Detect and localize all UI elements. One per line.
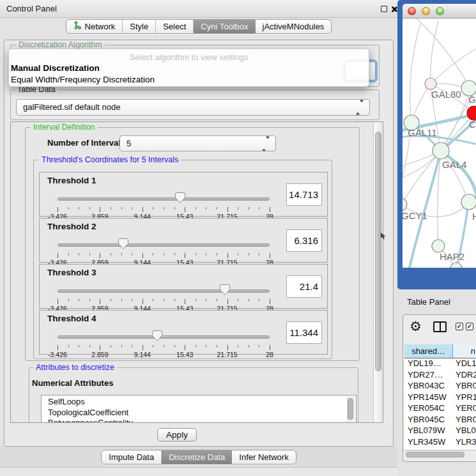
table-row[interactable]: YDR27…YDR2 — [404, 370, 476, 381]
list-scrollbar[interactable] — [347, 396, 355, 423]
slider-handle[interactable] — [118, 238, 128, 249]
table-row[interactable]: YPR145WYPR1 — [404, 392, 476, 404]
slider-ticks — [58, 207, 270, 212]
slider-handle[interactable] — [220, 284, 230, 295]
control-panel: Control Panel NetworkStyleSelectCyni Too… — [0, 0, 397, 476]
threshold-slider: -3.4262.8599.14415.4321.71528 — [58, 192, 270, 217]
table-data-combobox[interactable]: galFiltered.sif default node — [16, 99, 370, 116]
slider-track[interactable] — [58, 243, 270, 247]
slider-ticks — [58, 299, 270, 304]
threshold-value-field[interactable]: 6.316 — [286, 229, 322, 252]
network-node-hap2[interactable] — [432, 240, 445, 252]
table-row[interactable]: YBL079WYBL0 — [404, 426, 476, 437]
tab-style[interactable]: Style — [123, 20, 156, 33]
cell-shared-name: YBR045C — [404, 415, 453, 426]
table-row[interactable]: YBR045CYBR0 — [404, 415, 476, 426]
cell-name: YBR0 — [453, 381, 476, 392]
table-row[interactable]: YBR043CYBR0 — [404, 381, 476, 392]
numerical-attributes-label: Numerical Attributes — [32, 378, 113, 388]
tab-cyni-toolbox[interactable]: Cyni Toolbox — [194, 20, 255, 33]
tab-select[interactable]: Select — [156, 20, 194, 33]
cell-shared-name: YBR043C — [404, 381, 453, 392]
slider-handle[interactable] — [175, 192, 185, 203]
interval-definition-group: Interval Definition Number of Intervals … — [25, 127, 360, 361]
slider-ticks — [58, 345, 270, 350]
table-panel: Table Panel ⚙ ✓ ✓ shared… n YDL19…YDL1YD… — [397, 289, 476, 476]
close-icon[interactable] — [390, 6, 397, 13]
float-window-icon[interactable] — [381, 6, 387, 12]
cell-name: YDL1 — [453, 358, 476, 370]
slider-track[interactable] — [58, 289, 270, 293]
threshold-row-3: Threshold 3-3.4262.8599.14415.4321.71528… — [39, 264, 328, 309]
threshold-slider: -3.4262.8599.14415.4321.71528 — [58, 330, 270, 355]
table-data-group: Table Data galFiltered.sif default node — [10, 89, 380, 120]
zoom-traffic-light-icon[interactable] — [436, 7, 444, 15]
cell-shared-name: YER054C — [404, 403, 453, 415]
network-node-h[interactable] — [461, 194, 476, 210]
checkbox-icon[interactable]: ✓ — [456, 323, 463, 330]
tab-label: Style — [130, 20, 148, 33]
tab-infer-network[interactable]: Infer Network — [232, 450, 295, 464]
network-canvas: GAL80GACGAL11GAL4GCY1HHAP2 — [403, 19, 476, 268]
threshold-value-field[interactable]: 21.4 — [286, 275, 322, 298]
attribute-item-betweennesscentrality[interactable]: BetweennessCentrality — [48, 418, 356, 423]
network-node-gcy1[interactable] — [403, 198, 407, 211]
threshold-rows: Threshold 1-3.4262.8599.14415.4321.71528… — [39, 172, 328, 356]
slider-tick-labels: -3.4262.8599.14415.4321.71528 — [58, 351, 270, 358]
attribute-item-selfloops[interactable]: SelfLoops — [48, 397, 356, 408]
network-node-gal4[interactable] — [433, 142, 449, 159]
tab-label: Infer Network — [239, 450, 288, 464]
spinner-arrows-icon — [262, 139, 270, 148]
apply-button[interactable]: Apply — [157, 428, 197, 441]
threshold-label: Threshold 3 — [47, 268, 96, 277]
tab-label: Select — [163, 20, 186, 33]
node-label-gal11: GAL11 — [408, 127, 437, 138]
interval-definition-title: Interval Definition — [31, 123, 98, 132]
attribute-item-topologicalcoefficient[interactable]: TopologicalCoefficient — [48, 408, 356, 418]
network-node-gal80[interactable] — [425, 78, 436, 89]
column-header-name[interactable]: n — [453, 344, 476, 358]
tab-discretize-data[interactable]: Discretize Data — [162, 450, 232, 464]
bottom-strip-2 — [0, 467, 397, 476]
spinner-arrows-icon — [356, 103, 364, 112]
node-label-c: C — [469, 119, 476, 130]
cell-name: YLR3 — [453, 437, 476, 449]
table-row[interactable]: YER054CYER0 — [404, 403, 476, 415]
threshold-slider: -3.4262.8599.14415.4321.71528 — [58, 238, 270, 263]
column-header-shared-name[interactable]: shared… — [404, 344, 453, 358]
tab-impute-data[interactable]: Impute Data — [102, 450, 162, 464]
vertical-scrollbar-thumb[interactable] — [375, 132, 381, 371]
horizontal-scrollbar-thumb[interactable] — [406, 452, 464, 457]
cell-name: YER0 — [453, 403, 476, 415]
slider-track[interactable] — [58, 197, 270, 201]
threshold-row-4: Threshold 4-3.4262.8599.14415.4321.71528… — [39, 310, 328, 355]
settings-scrollpane: Interval Definition Number of Intervals … — [10, 121, 383, 423]
tab-network[interactable]: Network — [66, 20, 123, 33]
horizontal-scrollbar[interactable] — [404, 450, 476, 458]
node-label-gal80: GAL80 — [431, 89, 461, 100]
threshold-value-field[interactable]: 11.344 — [286, 321, 322, 344]
checkbox-icon[interactable]: ✓ — [466, 323, 473, 330]
table-row[interactable]: YDL19…YDL1 — [404, 358, 476, 370]
option-manual-discretization[interactable]: Manual Discretization — [10, 63, 367, 74]
vertical-scrollbar[interactable] — [373, 122, 383, 422]
cell-shared-name: YDR27… — [404, 370, 453, 381]
gear-icon[interactable]: ⚙ — [410, 318, 422, 335]
algorithm-hint: Select algorithm to view settings — [9, 52, 369, 62]
network-window-titlebar — [403, 4, 476, 19]
minimize-traffic-light-icon[interactable] — [422, 7, 430, 15]
list-scrollbar-thumb[interactable] — [348, 398, 353, 420]
threshold-value-field[interactable]: 14.713 — [286, 183, 322, 206]
slider-handle[interactable] — [152, 330, 162, 341]
network-node[interactable] — [450, 263, 462, 268]
close-traffic-light-icon[interactable] — [408, 7, 416, 15]
cell-name: YBR0 — [453, 415, 476, 426]
split-columns-icon[interactable] — [433, 321, 447, 332]
number-of-intervals-combobox[interactable]: 5 — [119, 135, 276, 151]
tab-label: Network — [85, 20, 116, 33]
table-row[interactable]: YLR345WYLR3 — [404, 437, 476, 449]
slider-track[interactable] — [58, 335, 270, 339]
cell-name: YDR2 — [453, 370, 476, 381]
tab-jactivemnodules[interactable]: jActiveMNodules — [256, 20, 332, 33]
option-equal-width-frequency[interactable]: Equal Width/Frequency Discretization — [10, 74, 367, 86]
